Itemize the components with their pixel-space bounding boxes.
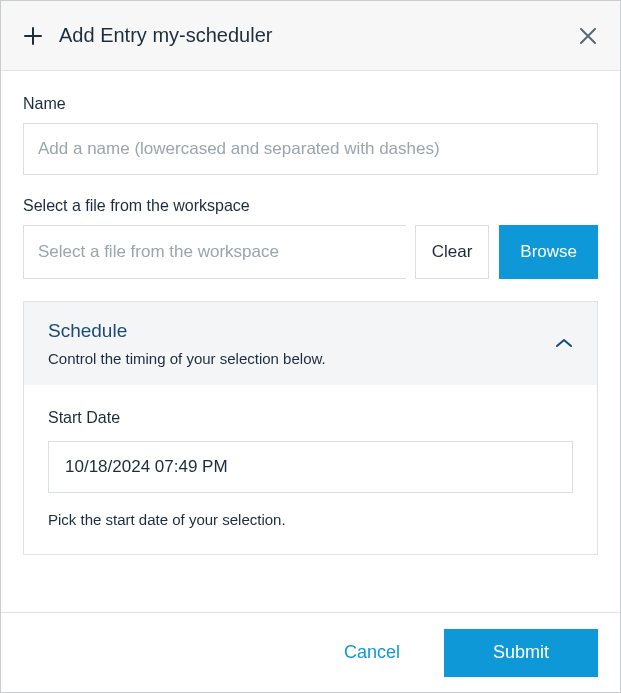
schedule-panel-body: Start Date Pick the start date of your s… [24, 385, 597, 554]
file-field: Select a file from the workspace Clear B… [23, 197, 598, 279]
add-entry-dialog: Add Entry my-scheduler Name Select a fil… [0, 0, 621, 693]
schedule-panel-header-text: Schedule Control the timing of your sele… [48, 320, 555, 367]
cancel-button[interactable]: Cancel [334, 634, 410, 671]
browse-button[interactable]: Browse [499, 225, 598, 279]
schedule-panel: Schedule Control the timing of your sele… [23, 301, 598, 555]
start-date-label: Start Date [48, 409, 573, 427]
dialog-footer: Cancel Submit [1, 612, 620, 692]
close-icon[interactable] [576, 24, 600, 48]
name-label: Name [23, 95, 598, 113]
start-date-input[interactable] [48, 441, 573, 493]
dialog-header: Add Entry my-scheduler [1, 1, 620, 71]
plus-icon [23, 26, 43, 46]
schedule-panel-header[interactable]: Schedule Control the timing of your sele… [24, 302, 597, 385]
name-input[interactable] [23, 123, 598, 175]
schedule-title: Schedule [48, 320, 555, 342]
start-date-help: Pick the start date of your selection. [48, 511, 573, 528]
file-row: Clear Browse [23, 225, 598, 279]
chevron-up-icon [555, 334, 573, 352]
dialog-title: Add Entry my-scheduler [59, 24, 576, 47]
name-field: Name [23, 95, 598, 175]
file-label: Select a file from the workspace [23, 197, 598, 215]
clear-button[interactable]: Clear [415, 225, 490, 279]
file-input[interactable] [23, 225, 406, 279]
submit-button[interactable]: Submit [444, 629, 598, 677]
schedule-subtitle: Control the timing of your selection bel… [48, 350, 555, 367]
dialog-body: Name Select a file from the workspace Cl… [1, 71, 620, 612]
